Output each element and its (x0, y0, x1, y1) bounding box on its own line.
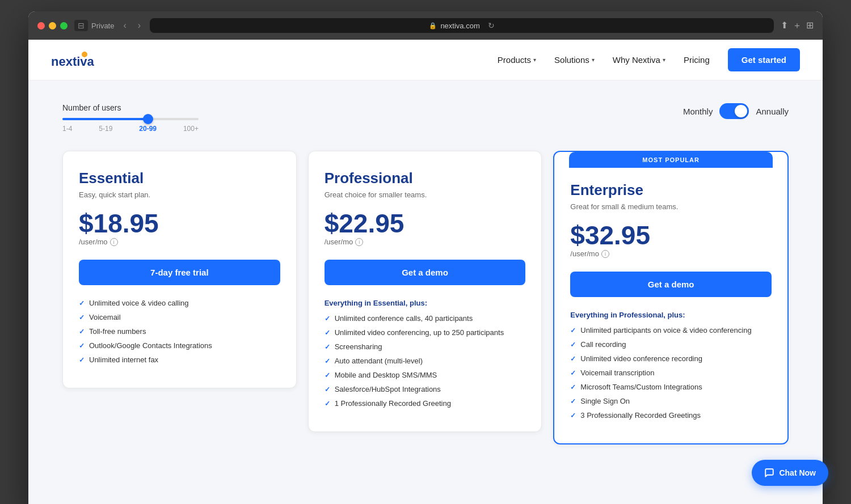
professional-info-icon[interactable]: i (355, 238, 363, 246)
slider-fill (62, 118, 147, 120)
private-tab-label: Private (91, 22, 114, 30)
slider-track[interactable] (62, 118, 199, 120)
tick-20-99[interactable]: 20-99 (139, 125, 157, 133)
fullscreen-button[interactable] (60, 22, 68, 29)
professional-cta-button[interactable]: Get a demo (325, 260, 526, 285)
professional-plan-desc: Great choice for smaller teams. (325, 190, 526, 199)
close-button[interactable] (37, 22, 45, 29)
essential-cta-button[interactable]: 7-day free trial (79, 260, 280, 285)
slider-thumb[interactable] (143, 114, 153, 124)
share-icon[interactable]: ⬆ (781, 20, 788, 32)
professional-feature-5: ✓ Mobile and Desktop SMS/MMS (325, 371, 526, 379)
check-icon: ✓ (79, 342, 85, 350)
tick-100plus[interactable]: 100+ (183, 125, 199, 133)
professional-plan-price-sub: /user/mo i (325, 238, 526, 246)
forward-button[interactable]: › (136, 19, 143, 32)
professional-feature-3: ✓ Screensharing (325, 342, 526, 351)
address-bar[interactable]: 🔒 nextiva.com ↻ (150, 18, 774, 33)
url-text: nextiva.com (440, 22, 479, 30)
professional-plan-name: Professional (325, 170, 526, 187)
professional-feature-1: ✓ Unlimited conference calls, 40 partici… (325, 314, 526, 323)
chat-now-button[interactable]: Chat Now (752, 460, 828, 486)
check-icon: ✓ (325, 386, 330, 393)
traffic-lights (37, 22, 68, 29)
slider-ticks: 1-4 5-19 20-99 100+ (62, 125, 199, 133)
essential-plan-desc: Easy, quick start plan. (79, 190, 280, 199)
products-chevron: ▾ (533, 57, 536, 63)
nav-solutions[interactable]: Solutions ▾ (554, 55, 595, 65)
check-icon: ✓ (570, 355, 576, 363)
lock-icon: 🔒 (429, 22, 437, 29)
essential-plan-price: $18.95 (79, 210, 280, 236)
check-icon: ✓ (325, 371, 330, 379)
essential-card: Essential Easy, quick start plan. $18.95… (62, 151, 297, 388)
professional-feature-4: ✓ Auto attendant (multi-level) (325, 357, 526, 365)
nav-products[interactable]: Products ▾ (498, 55, 536, 65)
logo[interactable]: nextiva (51, 50, 125, 70)
tabs-icon[interactable]: ⊞ (806, 20, 814, 32)
essential-info-icon[interactable]: i (110, 238, 118, 246)
popular-badge: MOST POPULAR (569, 152, 773, 168)
tick-1-4[interactable]: 1-4 (62, 125, 72, 133)
enterprise-card: MOST POPULAR Enterprise Great for small … (553, 151, 789, 444)
essential-feature-1: ✓ Unlimited voice & video calling (79, 299, 280, 307)
check-icon: ✓ (570, 327, 576, 334)
reload-icon[interactable]: ↻ (488, 21, 495, 30)
check-icon: ✓ (79, 328, 85, 336)
new-tab-icon[interactable]: ＋ (793, 20, 802, 32)
essential-feature-3: ✓ Toll-free numbers (79, 327, 280, 336)
check-icon: ✓ (325, 357, 330, 365)
enterprise-feature-6: ✓ Single Sign On (570, 397, 772, 405)
enterprise-feature-2: ✓ Call recording (570, 340, 772, 349)
nav-links: Products ▾ Solutions ▾ Why Nextiva ▾ Pri… (498, 48, 800, 71)
essential-feature-5: ✓ Unlimited internet fax (79, 355, 280, 364)
enterprise-cta-button[interactable]: Get a demo (570, 272, 772, 297)
enterprise-feature-4: ✓ Voicemail transcription (570, 369, 772, 377)
billing-toggle: Monthly Annually (683, 103, 789, 119)
slider-label: Number of users (62, 103, 199, 112)
chat-now-label: Chat Now (779, 468, 816, 477)
nav-why-nextiva[interactable]: Why Nextiva ▾ (613, 55, 665, 65)
enterprise-card-inner: Enterprise Great for small & medium team… (570, 168, 772, 420)
check-icon: ✓ (79, 299, 85, 307)
monthly-label: Monthly (683, 107, 713, 116)
enterprise-plan-name: Enterprise (570, 181, 772, 199)
get-started-button[interactable]: Get started (728, 48, 800, 71)
back-button[interactable]: ‹ (121, 19, 128, 32)
nav-pricing[interactable]: Pricing (684, 55, 710, 65)
solutions-chevron: ▾ (592, 57, 595, 63)
enterprise-features-header: Everything in Professional, plus: (570, 311, 772, 319)
why-chevron: ▾ (663, 57, 665, 63)
billing-toggle-switch[interactable] (719, 103, 749, 119)
check-icon: ✓ (325, 343, 330, 351)
site-header: nextiva Products ▾ Solutions ▾ Why Nexti… (28, 40, 823, 81)
check-icon: ✓ (325, 315, 330, 323)
enterprise-plan-desc: Great for small & medium teams. (570, 202, 772, 211)
enterprise-info-icon[interactable]: i (601, 250, 609, 258)
essential-feature-4: ✓ Outlook/Google Contacts Integrations (79, 341, 280, 350)
check-icon: ✓ (570, 369, 576, 377)
pricing-cards: Essential Easy, quick start plan. $18.95… (62, 151, 789, 444)
user-count-section: Number of users 1-4 5-19 20-99 100+ Mont… (62, 103, 789, 133)
check-icon: ✓ (79, 356, 85, 364)
professional-card: Professional Great choice for smaller te… (308, 151, 542, 432)
enterprise-feature-7: ✓ 3 Professionally Recorded Greetings (570, 411, 772, 420)
enterprise-feature-5: ✓ Microsoft Teams/Custom Integrations (570, 383, 772, 391)
essential-feature-2: ✓ Voicemail (79, 313, 280, 321)
browser-chrome: ⊟ Private ‹ › 🔒 nextiva.com ↻ ⬆ ＋ ⊞ (28, 11, 823, 40)
enterprise-plan-price: $32.95 (570, 222, 772, 248)
browser-nav: ⊟ Private (74, 20, 114, 31)
check-icon: ✓ (570, 341, 576, 349)
professional-feature-7: ✓ 1 Professionally Recorded Greeting (325, 399, 526, 408)
page: nextiva Products ▾ Solutions ▾ Why Nexti… (28, 40, 823, 504)
annually-label: Annually (756, 107, 789, 116)
enterprise-feature-3: ✓ Unlimited video conference recording (570, 354, 772, 363)
browser-window: ⊟ Private ‹ › 🔒 nextiva.com ↻ ⬆ ＋ ⊞ next… (28, 11, 823, 504)
browser-actions: ⬆ ＋ ⊞ (781, 20, 814, 32)
tick-5-19[interactable]: 5-19 (99, 125, 112, 133)
svg-text:nextiva: nextiva (51, 54, 95, 69)
essential-plan-name: Essential (79, 170, 280, 187)
toggle-knob (735, 105, 747, 117)
check-icon: ✓ (570, 412, 576, 420)
minimize-button[interactable] (49, 22, 56, 29)
